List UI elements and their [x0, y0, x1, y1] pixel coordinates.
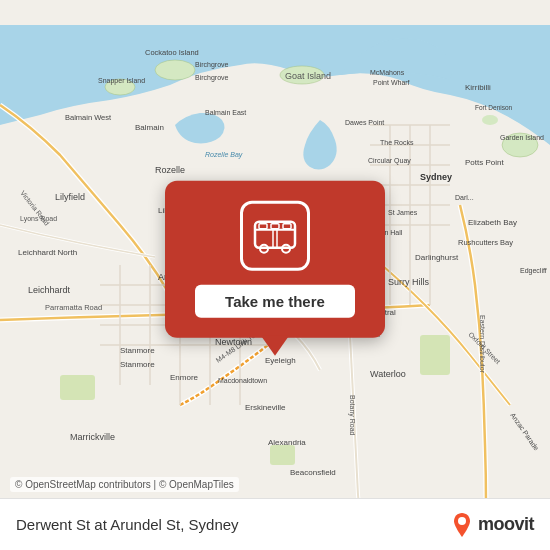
svg-text:Fort Denison: Fort Denison: [475, 104, 513, 111]
svg-text:Darl...: Darl...: [455, 194, 474, 201]
svg-text:Goat Island: Goat Island: [285, 71, 331, 81]
take-me-there-button[interactable]: Take me there: [195, 285, 355, 318]
svg-text:McMahons: McMahons: [370, 69, 405, 76]
svg-text:Macdonaldtown: Macdonaldtown: [218, 377, 267, 384]
svg-rect-85: [255, 222, 295, 248]
svg-text:Balmain East: Balmain East: [205, 109, 246, 116]
svg-text:Parramatta Road: Parramatta Road: [45, 303, 102, 312]
svg-text:Elizabeth Bay: Elizabeth Bay: [468, 218, 517, 227]
svg-text:Rozelle: Rozelle: [155, 165, 185, 175]
svg-text:Stanmore: Stanmore: [120, 360, 155, 369]
svg-text:Lyons Road: Lyons Road: [20, 215, 57, 223]
moovit-wordmark: moovit: [478, 514, 534, 535]
svg-text:Erskineville: Erskineville: [245, 403, 286, 412]
moovit-pin-icon: [450, 511, 474, 539]
svg-text:Marrickville: Marrickville: [70, 432, 115, 442]
svg-text:Snapper Island: Snapper Island: [98, 77, 145, 85]
svg-text:Circular Quay: Circular Quay: [368, 157, 411, 165]
copyright-notice: © OpenStreetMap contributors | © OpenMap…: [10, 477, 239, 492]
svg-text:Birchgrove: Birchgrove: [195, 61, 229, 69]
svg-text:Balmain: Balmain: [135, 123, 164, 132]
svg-rect-88: [271, 224, 279, 229]
svg-rect-25: [420, 335, 450, 375]
svg-point-4: [482, 115, 498, 125]
svg-text:Alexandria: Alexandria: [268, 438, 306, 447]
svg-text:Dawes Point: Dawes Point: [345, 119, 384, 126]
svg-text:St James: St James: [388, 209, 418, 216]
svg-point-94: [458, 517, 466, 525]
moovit-logo: moovit: [450, 511, 534, 539]
map-container[interactable]: Goat Island Balmain Balmain East Birchgr…: [0, 0, 550, 550]
popup-card: Take me there: [165, 181, 385, 338]
svg-text:Surry Hills: Surry Hills: [388, 277, 430, 287]
svg-text:Leichhardt North: Leichhardt North: [18, 248, 77, 257]
svg-text:Edgecliff: Edgecliff: [520, 267, 547, 275]
svg-rect-87: [259, 224, 267, 229]
svg-text:Darlinghurst: Darlinghurst: [415, 253, 459, 262]
svg-text:Garden Island: Garden Island: [500, 134, 544, 141]
svg-text:Cockatoo Island: Cockatoo Island: [145, 48, 199, 57]
svg-text:Eyeleigh: Eyeleigh: [265, 356, 296, 365]
svg-text:Beaconsfield: Beaconsfield: [290, 468, 336, 477]
svg-text:Point Wharf: Point Wharf: [373, 79, 410, 86]
svg-text:Potts Point: Potts Point: [465, 158, 504, 167]
bus-icon-circle: [240, 201, 310, 271]
svg-point-1: [155, 60, 195, 80]
svg-text:Rushcutters Bay: Rushcutters Bay: [458, 238, 513, 247]
svg-text:Botany Road: Botany Road: [348, 395, 356, 436]
svg-text:Sydney: Sydney: [420, 172, 452, 182]
svg-rect-89: [283, 224, 291, 229]
svg-text:Birchgrove: Birchgrove: [195, 74, 229, 82]
bus-icon: [251, 216, 299, 256]
svg-text:Waterloo: Waterloo: [370, 369, 406, 379]
svg-text:Lilyfield: Lilyfield: [55, 192, 85, 202]
bottom-bar: Derwent St at Arundel St, Sydney moovit: [0, 498, 550, 550]
location-label: Derwent St at Arundel St, Sydney: [16, 516, 450, 533]
svg-text:Leichhardt: Leichhardt: [28, 285, 71, 295]
svg-text:Stanmore: Stanmore: [120, 346, 155, 355]
svg-text:Eastern Distributor: Eastern Distributor: [479, 315, 486, 374]
svg-text:Balmain West: Balmain West: [65, 113, 112, 122]
svg-text:Kirribilli: Kirribilli: [465, 83, 491, 92]
svg-text:The Rocks: The Rocks: [380, 139, 414, 146]
svg-rect-26: [60, 375, 95, 400]
svg-rect-27: [270, 445, 295, 465]
svg-text:Enmore: Enmore: [170, 373, 199, 382]
svg-text:Rozelle Bay: Rozelle Bay: [205, 151, 243, 159]
